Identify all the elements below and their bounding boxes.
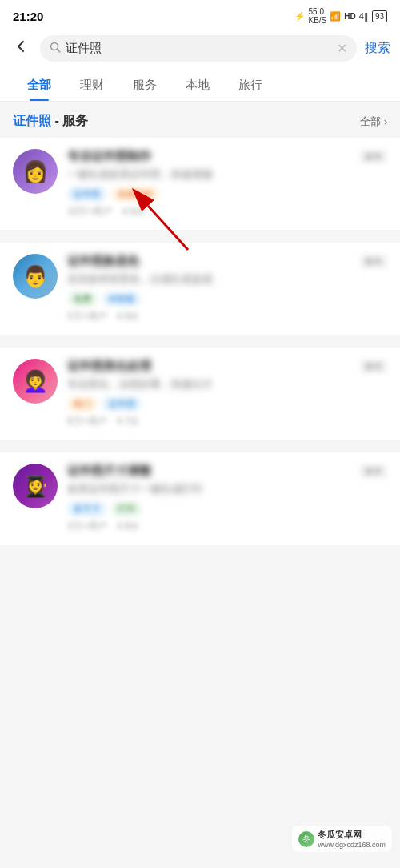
card-stats-1: 10万+用户 4.9分 [67,205,387,219]
hd-icon: HD [344,12,355,21]
watermark-url: www.dgxcdz168.com [318,841,386,849]
search-text: 证件照 [66,41,332,56]
card-tag-1: 服务 [360,150,387,163]
bluetooth-icon: ⚡ [294,11,306,22]
card-name-1: 专业证件照制作 [67,149,151,164]
card-name-2: 证件照换底色 [67,254,139,269]
card-badge-4-0: 多尺寸 [67,501,106,516]
card-desc-4: 各类证件照尺寸一键生成打印 [67,482,387,496]
card-name-3: 证件照美化处理 [67,359,151,374]
card-desc-2: 支持多种背景色，白底红底蓝底 [67,272,387,287]
card-badge-2-1: AI智能 [102,291,141,307]
divider-1 [0,236,400,243]
data-speed: 55.0KB/S [309,7,327,25]
watermark: 冬 冬瓜安卓网 www.dgxcdz168.com [292,826,392,852]
watermark-text: 冬瓜安卓网 www.dgxcdz168.com [318,829,386,849]
card-body-3: 证件照美化处理 服务 专业美化，自然好看，快速出片 热门 证件照 8万+用户 4… [67,359,387,428]
card-avatar-3: 👩‍🦱 [13,359,58,404]
tabs-bar: 全部 理财 服务 本地 旅行 [0,70,400,102]
section-title: 证件照 - 服务 [13,113,88,130]
card-tags-3: 热门 证件照 [67,396,387,412]
card-stat-3-0: 8万+用户 [67,415,107,428]
card-stat-3-1: 4.7分 [117,415,140,428]
wifi-icon: 📶 [330,11,341,22]
clear-button[interactable]: ✕ [337,41,347,56]
card-body-4: 证件照尺寸调整 服务 各类证件照尺寸一键生成打印 多尺寸 打印 3万+用户 4.… [67,464,387,533]
card-stat-2-0: 5万+用户 [67,310,107,323]
card-avatar-2: 👨 [13,254,58,299]
card-title-row-2: 证件照换底色 服务 [67,254,387,269]
card-badge-2-0: 免费 [67,291,98,307]
divider-2 [0,341,400,348]
card-stat-1-0: 10万+用户 [67,205,112,219]
status-icons: ⚡ 55.0KB/S 📶 HD 4‖ 93 [294,7,388,25]
content-area: 👩 专业证件照制作 服务 一键生成各类证件照，快速便捷 证件照 在线制作 10万… [0,138,400,567]
card-avatar-1: 👩 [13,149,58,194]
card-name-4: 证件照尺寸调整 [67,464,151,479]
card-stats-2: 5万+用户 4.8分 [67,310,387,323]
card-badge-3-1: 证件照 [102,396,142,412]
card-body-2: 证件照换底色 服务 支持多种背景色，白底红底蓝底 免费 AI智能 5万+用户 4… [67,254,387,323]
status-time: 21:20 [13,10,43,23]
search-button[interactable]: 搜索 [365,40,390,57]
card-badge-1-0: 证件照 [67,187,106,202]
tab-service[interactable]: 服务 [118,70,171,101]
section-more-button[interactable]: 全部 › [360,115,387,129]
card-stats-3: 8万+用户 4.7分 [67,415,387,428]
tab-finance[interactable]: 理财 [66,70,118,101]
tab-all[interactable]: 全部 [13,70,66,101]
card-badge-1-1: 在线制作 [111,187,159,202]
card-avatar-4: 👩‍🎓 [13,464,58,508]
cellular-icon: 4‖ [359,11,369,22]
card-tags-1: 证件照 在线制作 [67,187,387,202]
card-stat-4-1: 4.6分 [117,520,140,533]
watermark-site: 冬瓜安卓网 [318,829,386,841]
search-icon [50,42,61,55]
back-button[interactable] [10,35,32,62]
card-tag-3: 服务 [360,360,387,373]
status-bar: 21:20 ⚡ 55.0KB/S 📶 HD 4‖ 93 [0,0,400,29]
card-stat-4-0: 3万+用户 [67,520,107,533]
card-body-1: 专业证件照制作 服务 一键生成各类证件照，快速便捷 证件照 在线制作 10万+用… [67,149,387,219]
card-badge-3-0: 热门 [67,396,98,412]
service-card-1[interactable]: 👩 专业证件照制作 服务 一键生成各类证件照，快速便捷 证件照 在线制作 10万… [0,138,400,230]
service-card-3[interactable]: 👩‍🦱 证件照美化处理 服务 专业美化，自然好看，快速出片 热门 证件照 8万+… [0,348,400,440]
card-title-row-4: 证件照尺寸调整 服务 [67,464,387,479]
card-stats-4: 3万+用户 4.6分 [67,520,387,533]
card-tag-2: 服务 [360,255,387,268]
battery-icon: 93 [372,10,387,22]
card-tags-4: 多尺寸 打印 [67,501,387,516]
watermark-icon: 冬 [298,831,314,847]
tab-local[interactable]: 本地 [171,70,224,101]
card-title-row-1: 专业证件照制作 服务 [67,149,387,164]
service-card-4[interactable]: 👩‍🎓 证件照尺寸调整 服务 各类证件照尺寸一键生成打印 多尺寸 打印 3万+用… [0,452,400,545]
card-desc-3: 专业美化，自然好看，快速出片 [67,377,387,392]
card-title-row-3: 证件照美化处理 服务 [67,359,387,374]
card-tags-2: 免费 AI智能 [67,291,387,307]
divider-3 [0,446,400,452]
card-tag-4: 服务 [360,464,387,478]
search-area: 证件照 ✕ 搜索 [0,29,400,70]
card-desc-1: 一键生成各类证件照，快速便捷 [67,167,387,182]
card-stat-1-1: 4.9分 [122,205,145,219]
card-badge-4-1: 打印 [111,501,142,516]
section-title-highlight: 证件照 [13,114,51,127]
svg-line-1 [58,50,61,53]
service-card-2[interactable]: 👨 证件照换底色 服务 支持多种背景色，白底红底蓝底 免费 AI智能 5万+用户… [0,243,400,335]
card-stat-2-1: 4.8分 [117,310,140,323]
tab-travel[interactable]: 旅行 [224,70,277,101]
search-box[interactable]: 证件照 ✕ [40,35,357,62]
section-header: 证件照 - 服务 全部 › [0,102,400,138]
